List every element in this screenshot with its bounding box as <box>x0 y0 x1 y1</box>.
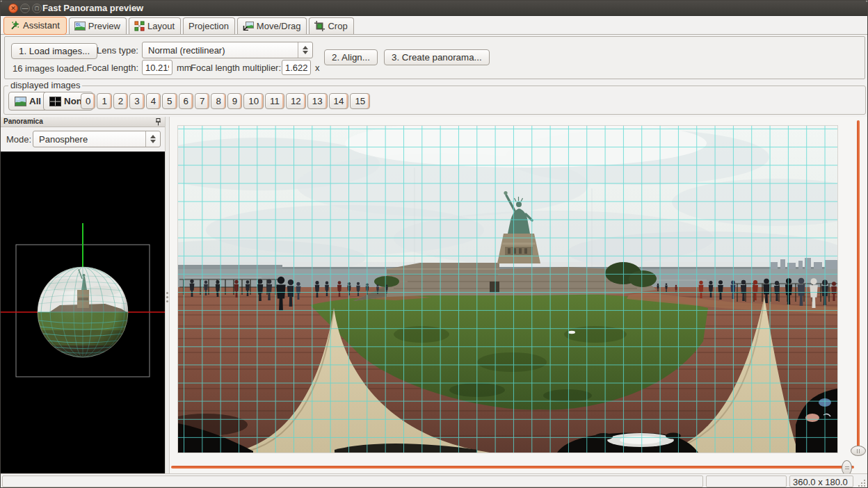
panel-title: Panoramica <box>3 117 43 125</box>
status-bar: 360.0 x 180.0 <box>1 473 867 488</box>
grid-overlay <box>178 126 837 453</box>
panorama-render <box>178 126 837 453</box>
tab-bar: Assistant GL Preview Layout Projection <box>1 17 867 35</box>
crop-image-icon <box>314 21 325 31</box>
image-toggle-0[interactable]: 0 <box>81 93 95 109</box>
image-toggle-6[interactable]: 6 <box>179 93 193 109</box>
yaw-slider-track[interactable] <box>171 466 854 469</box>
lens-type-combobox[interactable]: Normal (rectilinear) <box>142 42 313 58</box>
panosphere-render <box>1 152 165 473</box>
svg-text:GL: GL <box>76 22 81 26</box>
pitch-slider-handle[interactable] <box>851 446 866 456</box>
layout-grid-icon <box>134 21 145 31</box>
gl-landscape-icon: GL <box>74 22 86 31</box>
move-image-icon <box>243 22 254 31</box>
align-button[interactable]: 2. Align... <box>324 49 378 65</box>
pano-size-field: 360.0 x 180.0 <box>789 475 853 487</box>
tab-label: Layout <box>147 21 175 31</box>
close-icon[interactable]: ✕ <box>8 3 18 13</box>
panel-splitter[interactable] <box>165 117 170 473</box>
focal-length-unit: mm <box>177 63 192 73</box>
tab-label: Projection <box>188 21 229 31</box>
image-toggle-2[interactable]: 2 <box>113 93 128 109</box>
focal-length-input[interactable] <box>142 60 172 75</box>
image-toggle-9[interactable]: 9 <box>227 93 242 109</box>
tab-assistant[interactable]: Assistant <box>3 17 67 35</box>
pitch-slider-track[interactable] <box>857 120 860 453</box>
preview-area <box>170 117 868 473</box>
tab-move-drag[interactable]: Move/Drag <box>237 17 307 34</box>
image-toggle-8[interactable]: 8 <box>211 93 225 109</box>
focal-multiplier-input[interactable] <box>282 60 311 75</box>
image-toggle-1[interactable]: 1 <box>97 93 111 109</box>
create-panorama-button[interactable]: 3. Create panorama... <box>384 49 490 65</box>
focal-multiplier-unit: x <box>315 63 320 73</box>
lens-type-value: Normal (rectilinear) <box>143 45 298 56</box>
lens-type-label: Lens type: <box>88 45 138 56</box>
status-middle-field <box>706 475 787 487</box>
minimize-icon[interactable]: — <box>20 3 30 13</box>
tab-label: Move/Drag <box>257 21 301 31</box>
tab-label: Preview <box>88 21 120 31</box>
window-title: Fast Panorama preview <box>42 3 143 13</box>
image-toggle-5[interactable]: 5 <box>162 93 177 109</box>
mode-label: Mode: <box>6 134 31 145</box>
focal-length-label: Focal length: <box>78 63 138 73</box>
image-toggle-15[interactable]: 15 <box>350 93 370 109</box>
wand-icon <box>10 20 20 31</box>
images-loaded-status: 16 images loaded. <box>13 63 86 74</box>
resize-grip[interactable] <box>864 485 865 487</box>
assistant-toolbar: 1. Load images... 16 images loaded. Lens… <box>4 36 865 79</box>
fast-panorama-preview-window: ✕ — ▢ Fast Panorama preview Assistant GL… <box>0 0 868 488</box>
landscape-thumbnail-icon <box>15 97 26 106</box>
show-all-button[interactable]: All <box>8 92 47 111</box>
displayed-images-group: displayed images All None 0 1 2 3 4 5 6 … <box>3 86 866 115</box>
image-toggle-12[interactable]: 12 <box>286 93 306 109</box>
panel-header: Panoramica <box>1 117 165 127</box>
panorama-canvas[interactable] <box>178 126 837 453</box>
load-images-button[interactable]: 1. Load images... <box>11 43 97 59</box>
spinner-arrows-icon <box>298 42 312 58</box>
status-message-field <box>2 475 703 487</box>
image-toggle-4[interactable]: 4 <box>146 93 161 109</box>
black-thumbnail-icon <box>49 97 61 106</box>
mode-row: Mode: Panosphere <box>1 127 165 152</box>
pin-icon[interactable] <box>155 118 161 126</box>
focal-multiplier-label: Focal length multiplier: <box>191 63 281 73</box>
image-toggle-11[interactable]: 11 <box>265 93 284 109</box>
sphere <box>38 267 128 359</box>
spinner-arrows-icon <box>145 131 160 147</box>
tab-crop[interactable]: Crop <box>309 17 353 34</box>
mode-combobox[interactable]: Panosphere <box>33 131 161 147</box>
image-toggle-7[interactable]: 7 <box>195 93 209 109</box>
panosphere-3d-view[interactable] <box>1 152 165 473</box>
panosphere-panel: Panoramica Mode: Panosphere <box>1 117 165 473</box>
image-toggle-3[interactable]: 3 <box>129 93 144 109</box>
titlebar[interactable]: ✕ — ▢ Fast Panorama preview <box>1 1 867 16</box>
image-toggle-10[interactable]: 10 <box>243 93 264 109</box>
image-toggle-14[interactable]: 14 <box>329 93 349 109</box>
tab-layout[interactable]: Layout <box>129 17 181 34</box>
tab-projection[interactable]: Projection <box>183 17 235 34</box>
tab-preview[interactable]: GL Preview <box>69 17 127 34</box>
image-toggle-row: 0 1 2 3 4 5 6 7 8 9 10 11 12 13 14 15 <box>81 93 370 109</box>
image-toggle-13[interactable]: 13 <box>307 93 328 109</box>
pitch-slider[interactable] <box>855 120 861 461</box>
maximize-icon[interactable]: ▢ <box>32 3 42 13</box>
mode-value: Panosphere <box>33 134 145 145</box>
tab-label: Crop <box>328 21 347 31</box>
show-all-label: All <box>29 96 41 106</box>
displayed-images-label: displayed images <box>8 80 82 90</box>
tab-label: Assistant <box>23 20 60 31</box>
